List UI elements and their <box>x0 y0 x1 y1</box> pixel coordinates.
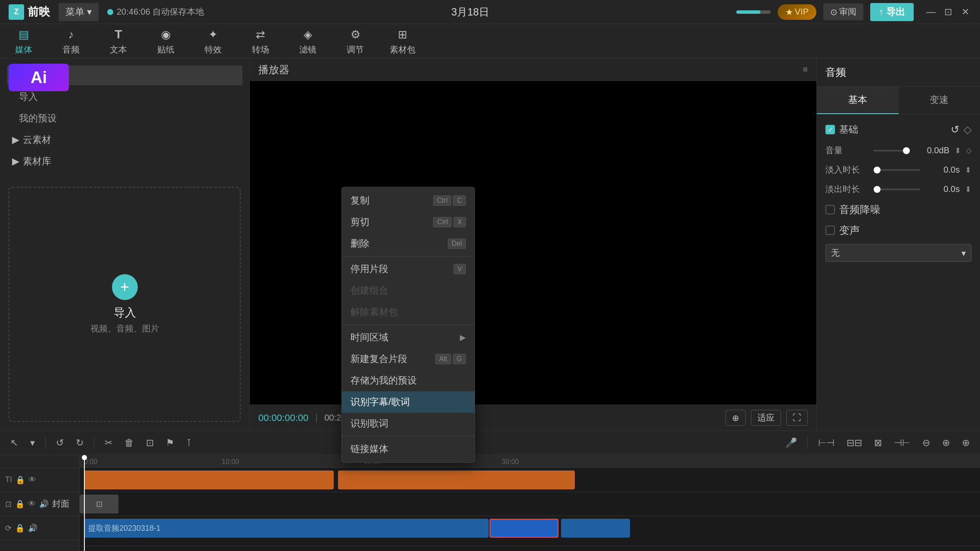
voice-change-checkbox[interactable] <box>825 226 835 235</box>
ctx-copy[interactable]: 复制 Ctrl C <box>342 190 474 211</box>
timeline-body: TI 🔒 👁 ⊡ 🔒 👁 🔊 封面 ⟳ 🔒 🔊 0: <box>0 455 980 551</box>
audio-clip-end[interactable] <box>561 519 630 538</box>
tool-pack[interactable]: ⊞ 素材包 <box>388 27 418 56</box>
fadein-stepper-icon[interactable]: ⬍ <box>965 165 971 175</box>
denoise-label: 音频降噪 <box>839 203 881 217</box>
flag-button[interactable]: ⚑ <box>162 436 178 450</box>
close-button[interactable]: ✕ <box>959 6 971 18</box>
fadein-thumb[interactable] <box>874 167 881 173</box>
cover-chip[interactable]: ⊡ <box>80 495 118 514</box>
zoom-button[interactable]: ⊕ <box>726 410 746 426</box>
subtitle-clip-1[interactable] <box>84 471 334 489</box>
ai-badge-text: Ai <box>31 68 47 87</box>
volume-stepper-icon[interactable]: ⬍ <box>955 146 961 155</box>
vip-label: VIP <box>795 7 809 17</box>
fullscreen-button[interactable]: ⛶ <box>786 410 808 426</box>
ctx-disable-label: 停用片段 <box>350 263 388 276</box>
media-icon: ▤ <box>16 27 31 42</box>
tool-audio[interactable]: ♪ 音频 <box>56 27 86 56</box>
tool-media[interactable]: ▤ 媒体 <box>9 27 39 56</box>
basic-checkbox[interactable]: ✓ <box>825 125 835 134</box>
tab-speed[interactable]: 变速 <box>899 87 980 114</box>
audio-refresh-icon[interactable]: ⟳ <box>5 523 12 533</box>
ctx-link-media[interactable]: 链接媒体 <box>342 438 474 460</box>
nav-library[interactable]: ▶ 素材库 <box>7 152 242 171</box>
subtitle-track-label: TI 🔒 👁 <box>0 468 79 492</box>
audio-clip-main[interactable]: 提取音频20230318-1 <box>84 519 489 538</box>
timeline-toolbar: ↖ ▾ ↺ ↻ ✂ 🗑 ⊡ ⚑ ⊺ 🎤 ⊢⊣ ⊟⊟ ⊠ ⊣⊢ ⊖ ⊕ ⊕ <box>0 431 980 455</box>
export-label: 导出 <box>886 6 905 19</box>
center-button[interactable]: ⊣⊢ <box>890 436 914 450</box>
zoom-out-button[interactable]: ⊖ <box>919 436 933 450</box>
fadeout-value: 0.0s <box>925 184 960 194</box>
fit-button[interactable]: 适应 <box>751 410 781 426</box>
subtitle-lock-icon[interactable]: 🔒 <box>16 475 25 485</box>
voice-change-select[interactable]: 无 ▾ <box>825 244 971 262</box>
audio-clip-selected[interactable] <box>490 519 558 538</box>
refresh-icon[interactable]: ↺ <box>951 124 959 136</box>
fadein-slider[interactable] <box>874 169 920 171</box>
audio-vol-icon[interactable]: 🔊 <box>28 523 37 533</box>
audio-lock-icon[interactable]: 🔒 <box>15 523 25 533</box>
fadeout-stepper-icon[interactable]: ⬍ <box>965 185 971 194</box>
tool-adjust[interactable]: ⚙ 调节 <box>340 27 370 56</box>
ctx-new-compound[interactable]: 新建复合片段 Alt G <box>342 348 474 370</box>
select-dropdown-button[interactable]: ▾ <box>27 436 38 450</box>
zoom-in-button[interactable]: ⊕ <box>939 436 953 450</box>
marker-button[interactable]: ⊺ <box>183 436 195 450</box>
audio-clip-label: 提取音频20230318-1 <box>88 523 161 533</box>
audio-icon: ♪ <box>63 27 79 42</box>
cover-audio-icon[interactable]: 🔊 <box>39 499 49 509</box>
import-drop-area[interactable]: + 导入 视频、音频、图片 <box>9 187 241 422</box>
tool-effect[interactable]: ✦ 特效 <box>198 27 228 56</box>
ctx-time-region[interactable]: 时间区域 ▶ <box>342 327 474 348</box>
nav-my-preset[interactable]: 我的预设 <box>7 108 242 128</box>
menu-button[interactable]: 菜单 ▾ <box>59 3 99 21</box>
preview-menu-icon: ≡ <box>803 65 808 74</box>
volume-thumb[interactable] <box>903 147 910 154</box>
nav-cloud[interactable]: ▶ 云素材 <box>7 130 242 150</box>
delete-button[interactable]: 🗑 <box>121 436 137 450</box>
cover-eye-icon[interactable]: 👁 <box>28 499 36 508</box>
tool-transition[interactable]: ⇄ 转场 <box>245 27 276 56</box>
playhead[interactable] <box>84 455 85 551</box>
basic-section-title: 基础 <box>839 123 858 136</box>
export-icon: ↑ <box>879 6 884 18</box>
fadeout-slider[interactable] <box>874 189 920 190</box>
volume-slider[interactable] <box>874 150 910 152</box>
denoise-checkbox[interactable] <box>825 205 835 214</box>
mic-button[interactable]: 🎤 <box>782 436 800 450</box>
select-tool-button[interactable]: ↖ <box>7 436 22 450</box>
link-button[interactable]: ⊠ <box>871 436 885 450</box>
maximize-button[interactable]: ⊡ <box>942 6 954 18</box>
add-track-button[interactable]: ⊕ <box>958 436 973 450</box>
timeline-labels: TI 🔒 👁 ⊡ 🔒 👁 🔊 封面 ⟳ 🔒 🔊 <box>0 455 80 551</box>
redo-button[interactable]: ↻ <box>72 436 87 450</box>
ctx-cut[interactable]: 剪切 Ctrl X <box>342 211 474 233</box>
export-button[interactable]: ↑ 导出 <box>870 3 914 21</box>
review-button[interactable]: ⊙ 审阅 <box>823 3 863 20</box>
subtitle-eye-icon[interactable]: 👁 <box>28 475 36 484</box>
ctx-disable[interactable]: 停用片段 V <box>342 258 474 280</box>
ctx-recognize-lyrics[interactable]: 识别歌词 <box>342 413 474 434</box>
fadeout-thumb[interactable] <box>874 186 881 193</box>
context-menu: 复制 Ctrl C 剪切 Ctrl X 删除 Del 停用片段 V 创建组合 解… <box>341 187 475 463</box>
tab-basic[interactable]: 基本 <box>817 87 899 114</box>
ctx-delete[interactable]: 删除 Del <box>342 233 474 254</box>
cover-lock-icon[interactable]: 🔒 <box>15 499 25 509</box>
subtitle-clip-3[interactable] <box>489 471 575 489</box>
gap-button[interactable]: ⊡ <box>143 436 157 450</box>
tool-filter[interactable]: ◈ 滤镜 <box>293 27 323 56</box>
snap-button[interactable]: ⊢⊣ <box>815 436 838 450</box>
tool-sticker[interactable]: ◉ 贴纸 <box>151 27 181 56</box>
ctx-recognize-subtitle[interactable]: 识别字幕/歌词 <box>342 391 474 413</box>
magnet-button[interactable]: ⊟⊟ <box>843 436 865 450</box>
tool-text[interactable]: T 文本 <box>103 27 133 56</box>
ctx-save-preset[interactable]: 存储为我的预设 <box>342 370 474 391</box>
undo-button[interactable]: ↺ <box>53 436 67 450</box>
denoise-row: 音频降噪 <box>825 203 971 217</box>
vip-button[interactable]: ★ VIP <box>778 4 816 20</box>
minimize-button[interactable]: — <box>925 6 937 18</box>
split-button[interactable]: ✂ <box>101 436 116 450</box>
c-key: C <box>453 195 466 206</box>
